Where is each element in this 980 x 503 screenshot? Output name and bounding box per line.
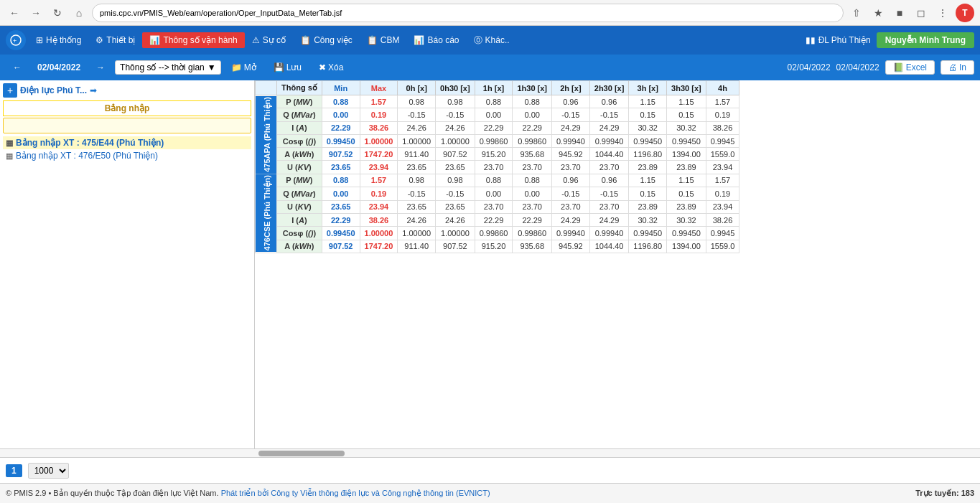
mo-button[interactable]: 📁 Mở (224, 60, 263, 75)
nav-item-cong-viec[interactable]: 📋 Công việc (293, 32, 360, 48)
cell-h4-Q_MVar_476[interactable]: 0.19 (706, 187, 739, 200)
star-icon[interactable]: ★ (869, 4, 887, 22)
cell-h4-P_MW_475[interactable]: 1.57 (706, 95, 739, 108)
nav-item-thiet-bi[interactable]: ⚙ Thiết bị (88, 32, 142, 48)
cell-h0-U_KV_476[interactable]: 23.65 (398, 200, 436, 213)
cell-h1-Cos_476[interactable]: 0.99860 (475, 227, 513, 240)
cell-h230-I_A_475[interactable]: 24.29 (589, 121, 629, 134)
cell-h230-I_A_476[interactable]: 24.29 (589, 213, 629, 226)
cell-h2-U_KV_475[interactable]: 23.70 (552, 161, 590, 174)
cell-h3-A_kWh_475[interactable]: 1196.80 (629, 148, 667, 161)
cell-h230-U_KV_475[interactable]: 23.70 (589, 161, 629, 174)
cell-h130-Cos_476[interactable]: 0.99860 (513, 227, 552, 240)
horizontal-scrollbar[interactable] (0, 448, 980, 457)
cell-h230-A_kWh_476[interactable]: 1044.40 (589, 240, 629, 253)
nav-item-khac[interactable]: ⓪ Khác.. (467, 32, 517, 50)
cell-h0-P_MW_475[interactable]: 0.98 (398, 95, 436, 108)
cell-h0-P_MW_476[interactable]: 0.98 (398, 174, 436, 187)
cell-h3-Cos_475[interactable]: 0.99450 (629, 134, 667, 147)
user-button[interactable]: Nguyễn Minh Trung (877, 32, 974, 48)
cell-h4-Q_MVar_475[interactable]: 0.19 (706, 108, 739, 121)
cell-h030-P_MW_475[interactable]: 0.98 (436, 95, 475, 108)
cell-h1-I_A_476[interactable]: 22.29 (475, 213, 513, 226)
cell-h2-P_MW_476[interactable]: 0.96 (552, 174, 590, 187)
menu-icon[interactable]: ⋮ (934, 4, 951, 22)
in-button[interactable]: 🖨 In (941, 60, 974, 75)
cell-h130-P_MW_476[interactable]: 0.88 (513, 174, 552, 187)
cell-h030-A_kWh_475[interactable]: 907.52 (436, 148, 475, 161)
cell-h330-I_A_476[interactable]: 30.32 (667, 213, 706, 226)
cell-h130-Q_MVar_476[interactable]: 0.00 (513, 187, 552, 200)
cell-h330-U_KV_476[interactable]: 23.89 (667, 200, 706, 213)
cell-h2-I_A_476[interactable]: 24.29 (552, 213, 590, 226)
nav-item-thong-so[interactable]: 📊 Thông số vận hành (142, 32, 244, 48)
scrollbar-thumb[interactable] (258, 451, 345, 456)
sidebar-search-input[interactable] (3, 118, 251, 133)
cell-h130-I_A_475[interactable]: 22.29 (513, 121, 552, 134)
tree-item-xt476[interactable]: ▦ Bảng nhập XT : 476/E50 (Phú Thiện) (3, 149, 251, 162)
cell-h2-A_kWh_476[interactable]: 945.92 (552, 240, 590, 253)
cell-h1-P_MW_475[interactable]: 0.88 (475, 95, 513, 108)
cell-h0-Cos_475[interactable]: 1.00000 (398, 134, 436, 147)
nav-item-he-thong[interactable]: ⊞ Hệ thống (29, 32, 88, 48)
cell-h1-Cos_475[interactable]: 0.99860 (475, 134, 513, 147)
cell-h2-Cos_475[interactable]: 0.99940 (552, 134, 590, 147)
extension-icon[interactable]: ■ (891, 4, 908, 22)
cell-h030-I_A_475[interactable]: 24.26 (436, 121, 475, 134)
data-table-area[interactable]: Thông số Min Max 0h [x] 0h30 [x] 1h [x] … (255, 80, 980, 448)
nav-logo[interactable]: + (6, 30, 26, 50)
cell-h2-I_A_475[interactable]: 24.29 (552, 121, 590, 134)
cell-h030-U_KV_475[interactable]: 23.65 (436, 161, 475, 174)
cell-h230-Q_MVar_475[interactable]: -0.15 (589, 108, 629, 121)
cell-h3-I_A_475[interactable]: 30.32 (629, 121, 667, 134)
cell-h0-Q_MVar_475[interactable]: -0.15 (398, 108, 436, 121)
cell-h330-Cos_475[interactable]: 0.99450 (667, 134, 706, 147)
cell-h1-U_KV_476[interactable]: 23.70 (475, 200, 513, 213)
cell-h030-Q_MVar_475[interactable]: -0.15 (436, 108, 475, 121)
forward-button[interactable]: → (27, 4, 45, 22)
cell-h230-Cos_476[interactable]: 0.99940 (589, 227, 629, 240)
cell-h230-A_kWh_475[interactable]: 1044.40 (589, 148, 629, 161)
cell-h0-Q_MVar_476[interactable]: -0.15 (398, 187, 436, 200)
cell-h030-P_MW_476[interactable]: 0.98 (436, 174, 475, 187)
cell-h230-P_MW_476[interactable]: 0.96 (589, 174, 629, 187)
cell-h030-Cos_476[interactable]: 1.00000 (436, 227, 475, 240)
cell-h330-P_MW_475[interactable]: 1.15 (667, 95, 706, 108)
cell-h0-I_A_476[interactable]: 24.26 (398, 213, 436, 226)
profile-avatar[interactable]: T (956, 4, 974, 22)
sidebar-navigate-button[interactable]: ➡ (90, 85, 97, 95)
cell-h130-I_A_476[interactable]: 22.29 (513, 213, 552, 226)
cell-h4-P_MW_476[interactable]: 1.57 (706, 174, 739, 187)
cell-h3-A_kWh_476[interactable]: 1196.80 (629, 240, 667, 253)
share-icon[interactable]: ⇧ (848, 4, 865, 22)
cell-h330-I_A_475[interactable]: 30.32 (667, 121, 706, 134)
nav-item-bao-cao[interactable]: 📊 Báo cáo (406, 32, 466, 48)
cell-h1-I_A_475[interactable]: 22.29 (475, 121, 513, 134)
home-button[interactable]: ⌂ (70, 4, 88, 22)
cell-h4-A_kWh_475[interactable]: 1559.0 (706, 148, 739, 161)
cell-h230-P_MW_475[interactable]: 0.96 (589, 95, 629, 108)
cell-h030-I_A_476[interactable]: 24.26 (436, 213, 475, 226)
cell-h4-U_KV_476[interactable]: 23.94 (706, 200, 739, 213)
cell-h4-I_A_476[interactable]: 38.26 (706, 213, 739, 226)
cell-h130-U_KV_476[interactable]: 23.70 (513, 200, 552, 213)
window-icon[interactable]: ◻ (913, 4, 930, 22)
cell-h230-Cos_475[interactable]: 0.99940 (589, 134, 629, 147)
cell-h330-A_kWh_475[interactable]: 1394.00 (667, 148, 706, 161)
date-selector[interactable]: Thông số --> thời gian ▼ (115, 60, 221, 75)
cell-h3-U_KV_475[interactable]: 23.89 (629, 161, 667, 174)
cell-h130-P_MW_475[interactable]: 0.88 (513, 95, 552, 108)
forward-date-button[interactable]: → (89, 60, 112, 75)
cell-h3-Cos_476[interactable]: 0.99450 (629, 227, 667, 240)
add-button[interactable]: + (3, 83, 17, 98)
cell-h2-Q_MVar_475[interactable]: -0.15 (552, 108, 590, 121)
cell-h4-Cos_475[interactable]: 0.9945 (706, 134, 739, 147)
cell-h0-I_A_475[interactable]: 24.26 (398, 121, 436, 134)
cell-h030-A_kWh_476[interactable]: 907.52 (436, 240, 475, 253)
cell-h0-A_kWh_476[interactable]: 911.40 (398, 240, 436, 253)
cell-h030-U_KV_476[interactable]: 23.65 (436, 200, 475, 213)
cell-h0-Cos_476[interactable]: 1.00000 (398, 227, 436, 240)
cell-h3-I_A_476[interactable]: 30.32 (629, 213, 667, 226)
nav-item-su-co[interactable]: ⚠ Sự cố (245, 32, 293, 48)
cell-h230-U_KV_476[interactable]: 23.70 (589, 200, 629, 213)
